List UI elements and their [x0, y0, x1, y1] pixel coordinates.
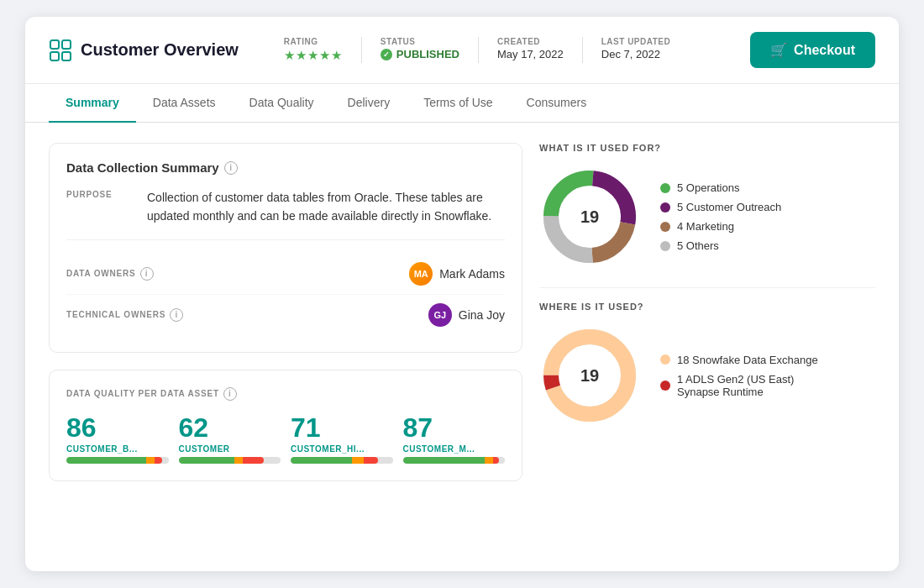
- dq-score-2: 71: [291, 414, 321, 441]
- used-for-chart-row: 19 5 Operations 5 Customer Outreach: [539, 166, 875, 267]
- tab-summary[interactable]: Summary: [49, 84, 136, 123]
- dq-name-2: CUSTOMER_HI...: [291, 444, 365, 454]
- legend-item-0: 5 Operations: [660, 181, 781, 194]
- logo-title-area: Customer Overview: [49, 39, 239, 62]
- where-used-title: WHERE IS IT USED?: [539, 302, 875, 312]
- legend-label-customer-outreach: 5 Customer Outreach: [677, 201, 781, 213]
- used-for-legend: 5 Operations 5 Customer Outreach 4 Marke…: [660, 181, 781, 252]
- status-value: PUBLISHED: [396, 48, 459, 60]
- header-meta: RATING ★★★★★ STATUS PUBLISHED CREATED Ma…: [265, 37, 723, 63]
- data-owner-row: DATA OWNERS i MA Mark Adams: [66, 254, 505, 295]
- where-used-total: 19: [580, 366, 599, 386]
- where-used-section: WHERE IS IT USED? 19: [539, 302, 875, 426]
- data-owners-info-icon[interactable]: i: [140, 267, 154, 281]
- data-owner-name: Mark Adams: [439, 267, 505, 281]
- legend-dot-operations: [660, 183, 670, 193]
- tab-delivery[interactable]: Delivery: [331, 84, 407, 123]
- last-updated-label: LAST UPDATED: [601, 37, 670, 46]
- svg-rect-0: [50, 40, 59, 49]
- legend-item-2: 4 Marketing: [660, 220, 781, 233]
- status-badge: PUBLISHED: [381, 48, 459, 60]
- technical-owners-label: TECHNICAL OWNERS i: [66, 308, 201, 322]
- dq-bar-1: [179, 457, 281, 464]
- technical-owners-info-icon[interactable]: i: [170, 308, 183, 322]
- page-title: Customer Overview: [81, 40, 239, 60]
- legend-dot-customer-outreach: [660, 202, 670, 213]
- logo-icon: [49, 39, 72, 62]
- tab-data-assets[interactable]: Data Assets: [136, 84, 233, 123]
- data-quality-card: DATA QUALITY PER DATA ASSET i 86 CUSTOME…: [49, 370, 522, 481]
- right-panel: WHAT IS IT USED FOR?: [539, 143, 875, 498]
- svg-rect-1: [62, 40, 71, 49]
- dq-name-1: CUSTOMER: [179, 444, 230, 454]
- dq-grid: 86 CUSTOMER_B... 62 CUSTOMER: [66, 414, 505, 464]
- main-card: Customer Overview RATING ★★★★★ STATUS PU…: [25, 17, 899, 571]
- dq-item-0: 86 CUSTOMER_B...: [66, 414, 169, 464]
- dq-bar-3: [403, 457, 506, 464]
- status-block: STATUS PUBLISHED: [362, 37, 479, 63]
- technical-owner-name: Gina Joy: [459, 308, 505, 322]
- where-used-chart-row: 19 18 Snowfake Data Exchange 1 ADLS Gen2…: [539, 325, 875, 426]
- dq-item-2: 71 CUSTOMER_HI...: [291, 414, 393, 464]
- tab-consumers[interactable]: Consumers: [510, 84, 604, 123]
- legend-label-adls: 1 ADLS Gen2 (US East)Synapse Runtime: [677, 373, 794, 398]
- data-owner-info: MA Mark Adams: [409, 262, 505, 286]
- tab-data-quality[interactable]: Data Quality: [233, 84, 331, 123]
- rating-stars: ★★★★★: [284, 48, 343, 63]
- legend-label-snowflake: 18 Snowfake Data Exchange: [677, 354, 818, 366]
- rating-block: RATING ★★★★★: [265, 37, 362, 63]
- where-legend-item-0: 18 Snowfake Data Exchange: [660, 354, 818, 366]
- legend-label-operations: 5 Operations: [677, 181, 739, 194]
- dq-score-3: 87: [403, 414, 433, 441]
- used-for-total: 19: [580, 207, 599, 227]
- cart-icon: 🛒: [770, 42, 787, 58]
- purpose-text: Collection of customer data tables from …: [147, 188, 505, 226]
- data-owner-avatar: MA: [409, 262, 433, 286]
- purpose-label: PURPOSE: [66, 188, 134, 226]
- data-collection-section-title: Data Collection Summary i: [66, 160, 505, 175]
- technical-owner-row: TECHNICAL OWNERS i GJ Gina Joy: [66, 295, 505, 335]
- header: Customer Overview RATING ★★★★★ STATUS PU…: [25, 17, 899, 84]
- dq-item-3: 87 CUSTOMER_M...: [403, 414, 506, 464]
- data-collection-summary-card: Data Collection Summary i PURPOSE Collec…: [49, 143, 522, 353]
- legend-dot-marketing: [660, 222, 670, 232]
- where-used-donut: 19: [539, 325, 640, 426]
- dq-name-3: CUSTOMER_M...: [403, 444, 475, 454]
- used-for-donut: 19: [539, 166, 640, 267]
- dq-item-1: 62 CUSTOMER: [179, 414, 281, 464]
- status-label: STATUS: [381, 37, 459, 46]
- dq-score-1: 62: [179, 414, 209, 441]
- purpose-row: PURPOSE Collection of customer data tabl…: [66, 188, 505, 240]
- where-used-legend: 18 Snowfake Data Exchange 1 ADLS Gen2 (U…: [660, 354, 818, 398]
- checkout-label: Checkout: [794, 43, 855, 58]
- used-for-title: WHAT IS IT USED FOR?: [539, 143, 875, 153]
- left-panel: Data Collection Summary i PURPOSE Collec…: [49, 143, 522, 498]
- legend-item-1: 5 Customer Outreach: [660, 201, 781, 213]
- checkout-button[interactable]: 🛒 Checkout: [750, 32, 875, 68]
- last-updated-block: LAST UPDATED Dec 7, 2022: [583, 37, 689, 63]
- dq-score-0: 86: [66, 414, 97, 441]
- legend-dot-snowflake: [660, 354, 670, 365]
- tabs-bar: Summary Data Assets Data Quality Deliver…: [25, 84, 899, 123]
- technical-owner-info: GJ Gina Joy: [428, 303, 505, 327]
- divider: [539, 287, 875, 288]
- dq-info-icon[interactable]: i: [223, 387, 237, 401]
- legend-item-3: 5 Others: [660, 239, 781, 252]
- tab-terms-of-use[interactable]: Terms of Use: [407, 84, 509, 123]
- last-updated-value: Dec 7, 2022: [601, 48, 670, 60]
- created-value: May 17, 2022: [497, 48, 564, 60]
- dq-bar-0: [66, 457, 169, 464]
- where-legend-item-1: 1 ADLS Gen2 (US East)Synapse Runtime: [660, 373, 818, 398]
- legend-dot-others: [660, 241, 670, 251]
- legend-label-others: 5 Others: [677, 239, 719, 252]
- data-owners-label: DATA OWNERS i: [66, 267, 201, 281]
- main-content: Data Collection Summary i PURPOSE Collec…: [25, 123, 899, 518]
- dq-section-title: DATA QUALITY PER DATA ASSET i: [66, 387, 505, 401]
- svg-rect-2: [50, 52, 59, 60]
- dq-name-0: CUSTOMER_B...: [66, 444, 138, 454]
- section-info-icon[interactable]: i: [224, 161, 238, 175]
- rating-label: RATING: [284, 37, 343, 46]
- status-dot-icon: [381, 49, 392, 60]
- technical-owner-avatar: GJ: [428, 303, 452, 327]
- svg-rect-3: [62, 52, 71, 60]
